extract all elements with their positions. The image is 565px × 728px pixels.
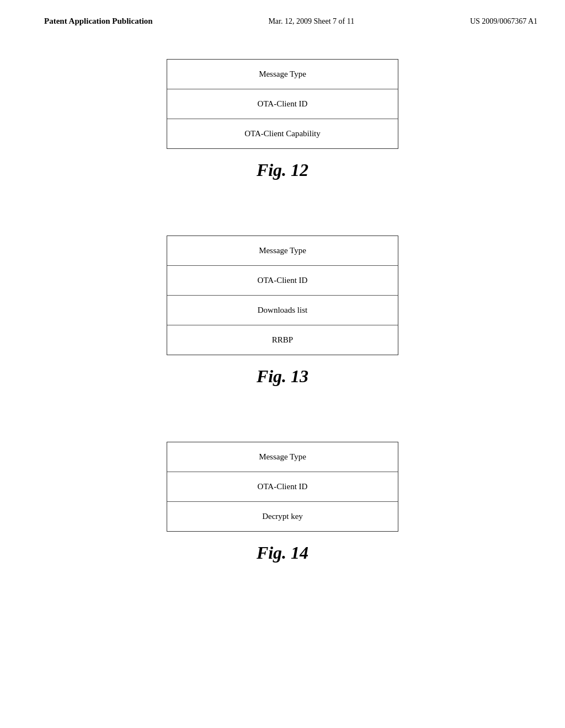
fig12-table: Message Type OTA-Client ID OTA-Client Ca… — [167, 59, 398, 149]
fig13-table: Message Type OTA-Client ID Downloads lis… — [167, 235, 398, 355]
fig13-label: Fig. 13 — [257, 366, 308, 387]
fig13-row-1: Message Type — [167, 236, 398, 266]
fig13-row-2: OTA-Client ID — [167, 266, 398, 296]
fig12-row-1: Message Type — [167, 60, 398, 89]
fig12-label: Fig. 12 — [257, 160, 308, 180]
fig14-table: Message Type OTA-Client ID Decrypt key — [167, 442, 398, 532]
page-header: Patent Application Publication Mar. 12, … — [0, 0, 565, 31]
fig13-row-4: RRBP — [167, 325, 398, 355]
fig14-label: Fig. 14 — [257, 543, 308, 563]
fig12-row-2: OTA-Client ID — [167, 89, 398, 119]
figure-12-section: Message Type OTA-Client ID OTA-Client Ca… — [44, 59, 521, 197]
figure-14-section: Message Type OTA-Client ID Decrypt key F… — [44, 442, 521, 580]
header-publication-type: Patent Application Publication — [44, 17, 153, 26]
header-date-sheet: Mar. 12, 2009 Sheet 7 of 11 — [268, 17, 354, 26]
header-patent-number: US 2009/0067367 A1 — [470, 17, 537, 26]
figure-13-section: Message Type OTA-Client ID Downloads lis… — [44, 235, 521, 403]
fig14-row-1: Message Type — [167, 442, 398, 472]
fig14-row-3: Decrypt key — [167, 502, 398, 531]
fig13-row-3: Downloads list — [167, 296, 398, 325]
fig12-row-3: OTA-Client Capability — [167, 119, 398, 148]
main-content: Message Type OTA-Client ID OTA-Client Ca… — [0, 31, 565, 613]
fig14-row-2: OTA-Client ID — [167, 472, 398, 502]
